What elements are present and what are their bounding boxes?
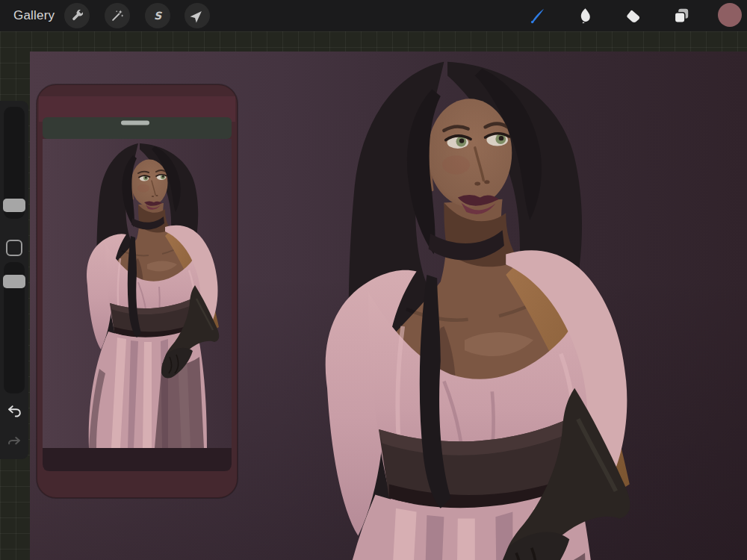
paint-tool-button[interactable]: [525, 3, 551, 28]
brush-size-slider[interactable]: [4, 107, 25, 219]
undo-button[interactable]: [5, 402, 23, 420]
sidebar: [0, 101, 28, 459]
modify-button[interactable]: [6, 240, 22, 256]
active-color-swatch[interactable]: [718, 3, 742, 27]
layers-button[interactable]: [669, 3, 694, 28]
selection-button[interactable]: S: [145, 3, 170, 28]
transform-button[interactable]: [185, 3, 210, 28]
wrench-icon: [69, 8, 84, 23]
drawing-canvas[interactable]: [30, 52, 747, 560]
erase-tool-button[interactable]: [621, 3, 646, 28]
redo-arrow-icon: [6, 433, 22, 449]
opacity-handle[interactable]: [3, 275, 25, 288]
top-toolbar: Gallery S: [0, 0, 747, 31]
opacity-slider[interactable]: [4, 262, 25, 393]
brush-size-handle[interactable]: [3, 199, 25, 212]
redo-button[interactable]: [5, 432, 23, 450]
transform-arrow-icon: [190, 8, 205, 23]
undo-arrow-icon: [6, 403, 22, 420]
magic-wand-icon: [110, 8, 125, 23]
smudge-icon: [575, 6, 595, 25]
layers-icon: [672, 6, 691, 25]
actions-button[interactable]: [64, 3, 90, 28]
gallery-button[interactable]: Gallery: [13, 0, 55, 31]
phone-mockup-preview: [37, 84, 238, 498]
adjustments-button[interactable]: [105, 3, 130, 28]
selection-ribbon-icon: S: [150, 8, 165, 23]
artwork-painting: [30, 52, 747, 560]
eraser-icon: [624, 6, 643, 25]
brush-icon: [528, 6, 548, 25]
svg-text:S: S: [154, 10, 162, 22]
smudge-tool-button[interactable]: [572, 3, 598, 28]
